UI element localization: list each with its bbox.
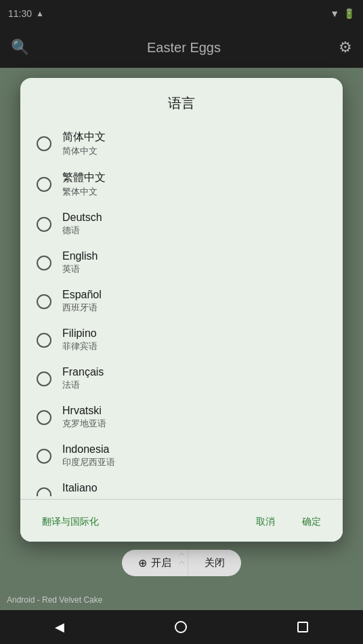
link-icon: ⊕ [138,557,147,569]
language-subtitle: 英语 [62,263,98,275]
language-list-item[interactable]: 简体中文简体中文 [26,123,337,164]
dialog-title: 语言 [20,78,343,123]
language-subtitle: 法语 [62,379,104,391]
language-name: English [62,250,98,262]
language-list-item[interactable]: English英语 [26,243,337,282]
language-name: Français [62,366,104,378]
language-list-item[interactable]: 繁體中文繁体中文 [26,164,337,205]
confirm-button[interactable]: 确定 [291,510,332,534]
footer-label: Android - Red Velvet Cake [7,595,102,605]
language-subtitle: 简体中文 [62,145,106,157]
translate-button[interactable]: 翻译与国际化 [31,510,110,534]
language-subtitle: 菲律宾语 [62,340,98,353]
language-list-item[interactable]: Français法语 [26,359,337,398]
language-subtitle: 印度尼西亚语 [62,456,115,468]
language-list-item[interactable]: Hrvatski克罗地亚语 [26,398,337,437]
language-subtitle: 克罗地亚语 [62,418,106,430]
language-name: Indonesia [62,443,115,456]
language-name: Español [62,289,102,301]
language-list-item[interactable]: Italiano意大利语 [26,475,337,496]
language-name: 繁體中文 [62,171,106,185]
recents-button[interactable] [297,622,308,632]
back-button[interactable]: ◀ [55,620,64,635]
language-subtitle: 意大利语 [62,495,98,496]
language-list-item[interactable]: Español西班牙语 [26,282,337,321]
cancel-button[interactable]: 取消 [245,510,286,534]
language-name: Deutsch [62,212,102,224]
language-subtitle: 繁体中文 [62,186,106,198]
radio-button[interactable] [37,487,51,497]
language-list: 简体中文简体中文繁體中文繁体中文Deutsch德语English英语Españo… [20,123,343,496]
radio-button[interactable] [37,136,51,151]
radio-button[interactable] [37,449,51,464]
dialog-divider [20,499,343,500]
language-list-item[interactable]: Indonesia印度尼西亚语 [26,437,337,475]
chevron-up-icon-2: ⌃ [176,559,188,573]
language-subtitle: 西班牙语 [62,302,102,314]
radio-button[interactable] [37,410,51,425]
home-button[interactable] [175,621,187,633]
radio-button[interactable] [37,371,51,386]
radio-button[interactable] [37,333,51,348]
radio-button[interactable] [37,294,51,309]
dialog-actions: 翻译与国际化 取消 确定 [20,502,343,542]
language-name: Filipino [62,327,98,340]
language-subtitle: 德语 [62,224,102,237]
system-nav-bar: ◀ [0,610,363,644]
radio-button[interactable] [37,256,51,270]
language-name: Hrvatski [62,405,106,417]
radio-button[interactable] [37,177,51,192]
close-button[interactable]: 关闭 [188,550,241,576]
language-list-item[interactable]: Filipino菲律宾语 [26,321,337,359]
radio-button[interactable] [37,217,51,232]
language-dialog: 语言 简体中文简体中文繁體中文繁体中文Deutsch德语English英语Esp… [20,78,343,542]
language-list-item[interactable]: Deutsch德语 [26,205,337,243]
language-name: 简体中文 [62,130,106,144]
language-name: Italiano [62,482,98,494]
